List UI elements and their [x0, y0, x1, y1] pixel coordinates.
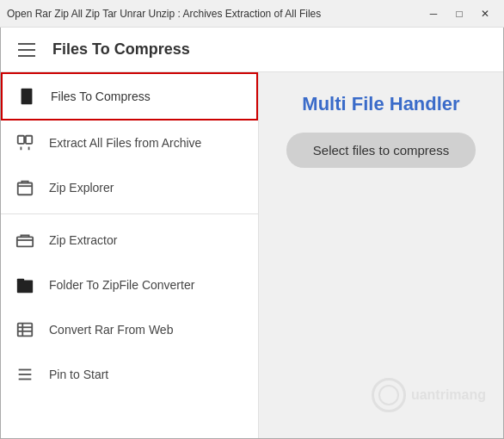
sidebar-item-folder-to-zip[interactable]: Folder To ZipFile Converter — [1, 263, 258, 307]
watermark: uantrimang — [372, 378, 486, 412]
svg-rect-5 — [18, 183, 33, 195]
sidebar-item-convert-rar[interactable]: Convert Rar From Web — [1, 307, 258, 352]
window-title: Open Rar Zip All Zip Tar Unrar Unzip : A… — [7, 8, 321, 20]
folder-icon — [15, 275, 35, 295]
svg-rect-1 — [18, 136, 24, 144]
hamburger-button[interactable] — [15, 38, 39, 62]
svg-rect-2 — [26, 136, 32, 144]
divider-1 — [1, 213, 258, 214]
sidebar-item-label: Convert Rar From Web — [49, 323, 173, 337]
extract-icon — [15, 133, 35, 153]
header-title: Files To Compress — [52, 40, 190, 59]
sidebar-item-label: Files To Compress — [51, 90, 151, 103]
sidebar-item-extract-all[interactable]: Extract All Files from Archive — [1, 121, 258, 165]
zip-extractor-icon — [15, 230, 35, 250]
pin-icon — [15, 364, 35, 385]
watermark-circle-icon — [372, 378, 406, 412]
close-button[interactable]: ✕ — [473, 5, 497, 22]
sidebar-item-zip-explorer[interactable]: Zip Explorer — [1, 165, 258, 210]
sidebar-item-label: Zip Explorer — [49, 181, 114, 195]
header: Files To Compress — [1, 28, 503, 72]
app-container: Files To Compress Files To Compress — [0, 28, 504, 439]
svg-rect-8 — [17, 281, 33, 294]
select-files-button[interactable]: Select files to compress — [286, 133, 476, 168]
sidebar: Files To Compress Extract All Files from… — [1, 72, 259, 438]
zip-explorer-icon — [15, 177, 35, 198]
rar-icon — [15, 319, 35, 340]
watermark-text: uantrimang — [411, 387, 486, 403]
svg-rect-10 — [18, 324, 33, 337]
svg-rect-9 — [17, 279, 24, 282]
sidebar-item-label: Zip Extractor — [49, 233, 117, 247]
file-icon — [16, 86, 37, 107]
title-bar: Open Rar Zip All Zip Tar Unrar Unzip : A… — [0, 0, 504, 28]
sidebar-item-files-to-compress[interactable]: Files To Compress — [1, 72, 258, 121]
sidebar-item-label: Folder To ZipFile Converter — [49, 278, 194, 292]
sidebar-item-label: Extract All Files from Archive — [49, 136, 201, 150]
sidebar-item-pin-to-start[interactable]: Pin to Start — [1, 352, 258, 397]
svg-rect-6 — [17, 237, 33, 246]
window-controls: ─ □ ✕ — [421, 5, 497, 22]
minimize-button[interactable]: ─ — [421, 5, 446, 22]
sidebar-item-label: Pin to Start — [49, 368, 108, 381]
svg-rect-0 — [22, 89, 33, 104]
sidebar-item-zip-extractor[interactable]: Zip Extractor — [1, 218, 258, 263]
maximize-button[interactable]: □ — [447, 5, 471, 22]
panel-title: Multi File Handler — [302, 93, 459, 115]
content-area: Files To Compress Extract All Files from… — [1, 72, 503, 438]
main-panel: Multi File Handler Select files to compr… — [259, 72, 503, 438]
